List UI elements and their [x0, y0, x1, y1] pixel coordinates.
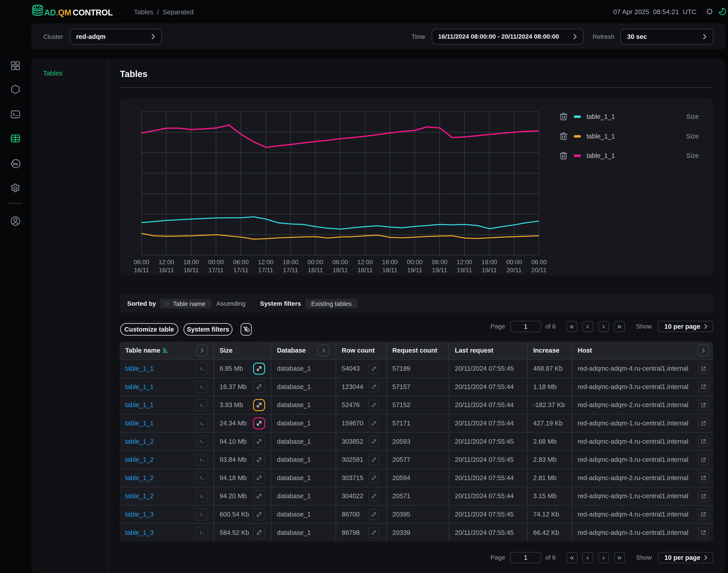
svg-text:19/11: 19/11 — [482, 267, 497, 273]
svg-text:06:00: 06:00 — [531, 259, 547, 265]
svg-text:06:00: 06:00 — [332, 259, 348, 265]
svg-text:18:00: 18:00 — [283, 259, 298, 265]
svg-text:06:00: 06:00 — [134, 259, 149, 265]
svg-text:06:00: 06:00 — [432, 259, 447, 265]
svg-text:12:00: 12:00 — [357, 259, 373, 265]
svg-text:06:00: 06:00 — [233, 259, 248, 265]
svg-text:12:00: 12:00 — [159, 259, 174, 265]
svg-text:18:00: 18:00 — [183, 259, 199, 265]
svg-text:18:00: 18:00 — [382, 259, 398, 265]
svg-text:18/11: 18/11 — [382, 267, 397, 273]
svg-text:00:00: 00:00 — [506, 259, 522, 265]
svg-text:16/11: 16/11 — [159, 267, 174, 273]
svg-text:12:00: 12:00 — [258, 259, 274, 265]
svg-text:00:00: 00:00 — [407, 259, 423, 265]
svg-text:17/11: 17/11 — [283, 267, 298, 273]
svg-text:19/11: 19/11 — [407, 267, 422, 273]
svg-text:18:00: 18:00 — [482, 259, 497, 265]
svg-text:20/11: 20/11 — [507, 267, 522, 273]
svg-text:19/11: 19/11 — [432, 267, 447, 273]
svg-text:16/11: 16/11 — [184, 267, 199, 273]
svg-text:00:00: 00:00 — [208, 259, 224, 265]
svg-text:18/11: 18/11 — [308, 267, 323, 273]
svg-text:12:00: 12:00 — [457, 259, 472, 265]
svg-text:17/11: 17/11 — [258, 267, 273, 273]
svg-text:17/11: 17/11 — [233, 267, 248, 273]
svg-text:18/11: 18/11 — [333, 267, 348, 273]
svg-text:19/11: 19/11 — [457, 267, 472, 273]
svg-text:17/11: 17/11 — [209, 267, 224, 273]
svg-text:16/11: 16/11 — [134, 267, 149, 273]
svg-text:18/11: 18/11 — [357, 267, 373, 273]
svg-text:20/11: 20/11 — [531, 267, 547, 273]
svg-text:00:00: 00:00 — [307, 259, 323, 265]
